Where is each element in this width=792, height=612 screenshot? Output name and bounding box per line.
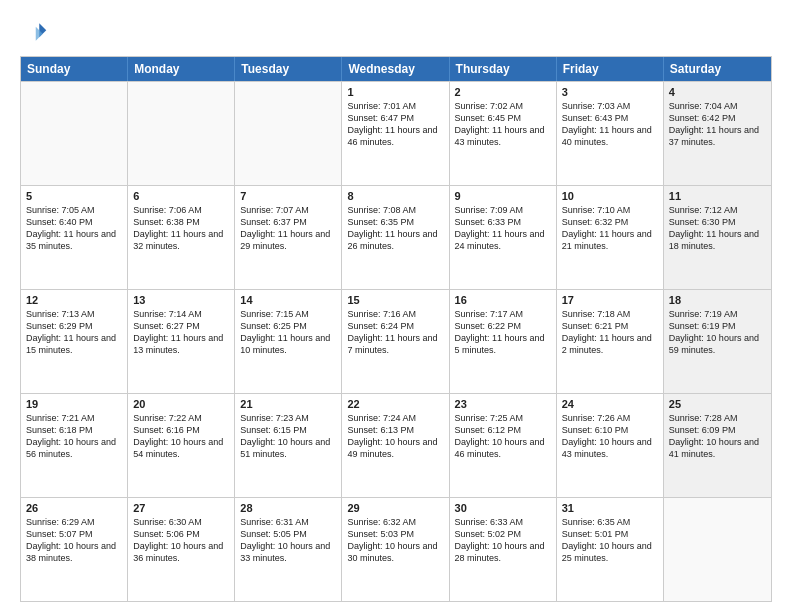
- day-number: 20: [133, 398, 229, 410]
- cell-info: Sunrise: 7:24 AM Sunset: 6:13 PM Dayligh…: [347, 412, 443, 461]
- day-number: 22: [347, 398, 443, 410]
- cal-cell: 24Sunrise: 7:26 AM Sunset: 6:10 PM Dayli…: [557, 394, 664, 497]
- week-row-1: 1Sunrise: 7:01 AM Sunset: 6:47 PM Daylig…: [21, 81, 771, 185]
- day-number: 31: [562, 502, 658, 514]
- header-day-tuesday: Tuesday: [235, 57, 342, 81]
- cal-cell: 26Sunrise: 6:29 AM Sunset: 5:07 PM Dayli…: [21, 498, 128, 601]
- cal-cell: 27Sunrise: 6:30 AM Sunset: 5:06 PM Dayli…: [128, 498, 235, 601]
- day-number: 2: [455, 86, 551, 98]
- day-number: 19: [26, 398, 122, 410]
- day-number: 25: [669, 398, 766, 410]
- cell-info: Sunrise: 6:31 AM Sunset: 5:05 PM Dayligh…: [240, 516, 336, 565]
- cal-cell: 11Sunrise: 7:12 AM Sunset: 6:30 PM Dayli…: [664, 186, 771, 289]
- day-number: 3: [562, 86, 658, 98]
- cal-cell: 2Sunrise: 7:02 AM Sunset: 6:45 PM Daylig…: [450, 82, 557, 185]
- day-number: 5: [26, 190, 122, 202]
- header-day-thursday: Thursday: [450, 57, 557, 81]
- cal-cell: 18Sunrise: 7:19 AM Sunset: 6:19 PM Dayli…: [664, 290, 771, 393]
- calendar-page: SundayMondayTuesdayWednesdayThursdayFrid…: [0, 0, 792, 612]
- cell-info: Sunrise: 7:07 AM Sunset: 6:37 PM Dayligh…: [240, 204, 336, 253]
- cal-cell: 7Sunrise: 7:07 AM Sunset: 6:37 PM Daylig…: [235, 186, 342, 289]
- header-day-friday: Friday: [557, 57, 664, 81]
- calendar-body: 1Sunrise: 7:01 AM Sunset: 6:47 PM Daylig…: [21, 81, 771, 601]
- day-number: 24: [562, 398, 658, 410]
- cell-info: Sunrise: 7:28 AM Sunset: 6:09 PM Dayligh…: [669, 412, 766, 461]
- cell-info: Sunrise: 7:12 AM Sunset: 6:30 PM Dayligh…: [669, 204, 766, 253]
- cal-cell: 16Sunrise: 7:17 AM Sunset: 6:22 PM Dayli…: [450, 290, 557, 393]
- day-number: 10: [562, 190, 658, 202]
- day-number: 11: [669, 190, 766, 202]
- cal-cell: 17Sunrise: 7:18 AM Sunset: 6:21 PM Dayli…: [557, 290, 664, 393]
- cal-cell: 22Sunrise: 7:24 AM Sunset: 6:13 PM Dayli…: [342, 394, 449, 497]
- cal-cell: 4Sunrise: 7:04 AM Sunset: 6:42 PM Daylig…: [664, 82, 771, 185]
- cell-info: Sunrise: 7:03 AM Sunset: 6:43 PM Dayligh…: [562, 100, 658, 149]
- cell-info: Sunrise: 7:18 AM Sunset: 6:21 PM Dayligh…: [562, 308, 658, 357]
- cell-info: Sunrise: 7:10 AM Sunset: 6:32 PM Dayligh…: [562, 204, 658, 253]
- header-day-wednesday: Wednesday: [342, 57, 449, 81]
- cell-info: Sunrise: 7:26 AM Sunset: 6:10 PM Dayligh…: [562, 412, 658, 461]
- cal-cell: 25Sunrise: 7:28 AM Sunset: 6:09 PM Dayli…: [664, 394, 771, 497]
- day-number: 15: [347, 294, 443, 306]
- day-number: 9: [455, 190, 551, 202]
- day-number: 6: [133, 190, 229, 202]
- cell-info: Sunrise: 7:16 AM Sunset: 6:24 PM Dayligh…: [347, 308, 443, 357]
- cell-info: Sunrise: 7:22 AM Sunset: 6:16 PM Dayligh…: [133, 412, 229, 461]
- cal-cell: 13Sunrise: 7:14 AM Sunset: 6:27 PM Dayli…: [128, 290, 235, 393]
- day-number: 23: [455, 398, 551, 410]
- logo-icon: [20, 18, 48, 46]
- day-number: 7: [240, 190, 336, 202]
- day-number: 27: [133, 502, 229, 514]
- cal-cell: 3Sunrise: 7:03 AM Sunset: 6:43 PM Daylig…: [557, 82, 664, 185]
- day-number: 17: [562, 294, 658, 306]
- calendar: SundayMondayTuesdayWednesdayThursdayFrid…: [20, 56, 772, 602]
- day-number: 26: [26, 502, 122, 514]
- cell-info: Sunrise: 7:01 AM Sunset: 6:47 PM Dayligh…: [347, 100, 443, 149]
- day-number: 16: [455, 294, 551, 306]
- day-number: 18: [669, 294, 766, 306]
- cell-info: Sunrise: 7:17 AM Sunset: 6:22 PM Dayligh…: [455, 308, 551, 357]
- cell-info: Sunrise: 6:30 AM Sunset: 5:06 PM Dayligh…: [133, 516, 229, 565]
- cal-cell: 1Sunrise: 7:01 AM Sunset: 6:47 PM Daylig…: [342, 82, 449, 185]
- cell-info: Sunrise: 7:08 AM Sunset: 6:35 PM Dayligh…: [347, 204, 443, 253]
- day-number: 21: [240, 398, 336, 410]
- week-row-5: 26Sunrise: 6:29 AM Sunset: 5:07 PM Dayli…: [21, 497, 771, 601]
- logo: [20, 18, 52, 46]
- cell-info: Sunrise: 7:14 AM Sunset: 6:27 PM Dayligh…: [133, 308, 229, 357]
- week-row-2: 5Sunrise: 7:05 AM Sunset: 6:40 PM Daylig…: [21, 185, 771, 289]
- week-row-4: 19Sunrise: 7:21 AM Sunset: 6:18 PM Dayli…: [21, 393, 771, 497]
- cal-cell: 21Sunrise: 7:23 AM Sunset: 6:15 PM Dayli…: [235, 394, 342, 497]
- cell-info: Sunrise: 7:04 AM Sunset: 6:42 PM Dayligh…: [669, 100, 766, 149]
- cal-cell: 19Sunrise: 7:21 AM Sunset: 6:18 PM Dayli…: [21, 394, 128, 497]
- cell-info: Sunrise: 6:32 AM Sunset: 5:03 PM Dayligh…: [347, 516, 443, 565]
- cal-cell: 28Sunrise: 6:31 AM Sunset: 5:05 PM Dayli…: [235, 498, 342, 601]
- day-number: 28: [240, 502, 336, 514]
- cell-info: Sunrise: 7:05 AM Sunset: 6:40 PM Dayligh…: [26, 204, 122, 253]
- day-number: 8: [347, 190, 443, 202]
- cal-cell: 6Sunrise: 7:06 AM Sunset: 6:38 PM Daylig…: [128, 186, 235, 289]
- cell-info: Sunrise: 6:35 AM Sunset: 5:01 PM Dayligh…: [562, 516, 658, 565]
- cell-info: Sunrise: 7:06 AM Sunset: 6:38 PM Dayligh…: [133, 204, 229, 253]
- cal-cell: 31Sunrise: 6:35 AM Sunset: 5:01 PM Dayli…: [557, 498, 664, 601]
- cal-cell: 20Sunrise: 7:22 AM Sunset: 6:16 PM Dayli…: [128, 394, 235, 497]
- cell-info: Sunrise: 6:29 AM Sunset: 5:07 PM Dayligh…: [26, 516, 122, 565]
- cal-cell: 23Sunrise: 7:25 AM Sunset: 6:12 PM Dayli…: [450, 394, 557, 497]
- day-number: 1: [347, 86, 443, 98]
- cell-info: Sunrise: 7:23 AM Sunset: 6:15 PM Dayligh…: [240, 412, 336, 461]
- day-number: 14: [240, 294, 336, 306]
- header-day-sunday: Sunday: [21, 57, 128, 81]
- cell-info: Sunrise: 7:19 AM Sunset: 6:19 PM Dayligh…: [669, 308, 766, 357]
- page-header: [20, 18, 772, 46]
- day-number: 29: [347, 502, 443, 514]
- cal-cell: 15Sunrise: 7:16 AM Sunset: 6:24 PM Dayli…: [342, 290, 449, 393]
- cal-cell: 12Sunrise: 7:13 AM Sunset: 6:29 PM Dayli…: [21, 290, 128, 393]
- cal-cell: 14Sunrise: 7:15 AM Sunset: 6:25 PM Dayli…: [235, 290, 342, 393]
- calendar-header: SundayMondayTuesdayWednesdayThursdayFrid…: [21, 57, 771, 81]
- cal-cell: 9Sunrise: 7:09 AM Sunset: 6:33 PM Daylig…: [450, 186, 557, 289]
- cell-info: Sunrise: 7:09 AM Sunset: 6:33 PM Dayligh…: [455, 204, 551, 253]
- day-number: 30: [455, 502, 551, 514]
- cal-cell: 5Sunrise: 7:05 AM Sunset: 6:40 PM Daylig…: [21, 186, 128, 289]
- cal-cell: [128, 82, 235, 185]
- week-row-3: 12Sunrise: 7:13 AM Sunset: 6:29 PM Dayli…: [21, 289, 771, 393]
- day-number: 4: [669, 86, 766, 98]
- cell-info: Sunrise: 7:15 AM Sunset: 6:25 PM Dayligh…: [240, 308, 336, 357]
